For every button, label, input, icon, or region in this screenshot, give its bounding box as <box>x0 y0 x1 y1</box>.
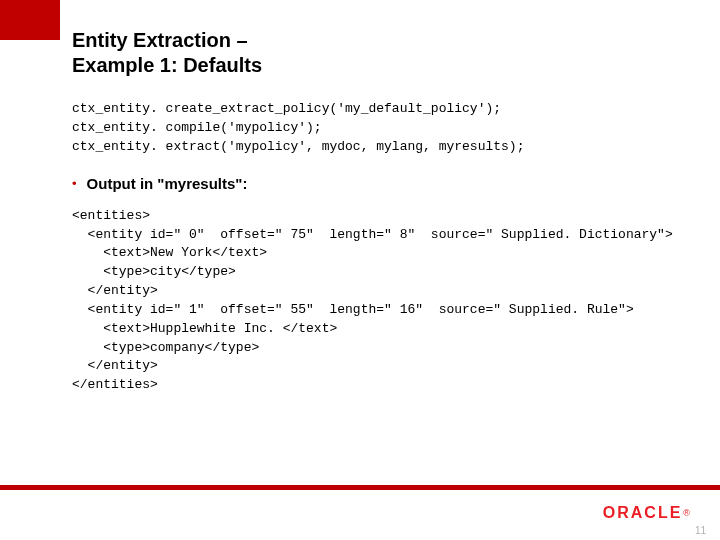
output-line: </entity> <box>72 283 158 298</box>
page-number: 11 <box>695 525 706 536</box>
output-line: </entity> <box>72 358 158 373</box>
oracle-logo: ORACLE® <box>603 504 690 522</box>
output-line: <entity id=" 0" offset=" 75" length=" 8"… <box>72 227 673 242</box>
slide: Entity Extraction – Example 1: Defaults … <box>0 0 720 540</box>
bullet-text: Output in "myresults": <box>87 175 248 192</box>
slide-title: Entity Extraction – Example 1: Defaults <box>72 28 690 78</box>
output-line: <entities> <box>72 208 150 223</box>
footer-divider <box>0 485 720 490</box>
logo-text: ORACLE <box>603 504 683 522</box>
output-line: <entity id=" 1" offset=" 55" length=" 16… <box>72 302 634 317</box>
bullet-item: • Output in "myresults": <box>72 175 690 193</box>
code-block: ctx_entity. create_extract_policy('my_de… <box>72 100 690 157</box>
output-line: <text>Hupplewhite Inc. </text> <box>72 321 337 336</box>
bullet-icon: • <box>72 175 77 193</box>
code-line: ctx_entity. compile('mypolicy'); <box>72 120 322 135</box>
code-line: ctx_entity. extract('mypolicy', mydoc, m… <box>72 139 524 154</box>
code-line: ctx_entity. create_extract_policy('my_de… <box>72 101 501 116</box>
title-line-2: Example 1: Defaults <box>72 53 690 78</box>
registered-icon: ® <box>683 508 690 518</box>
title-line-1: Entity Extraction – <box>72 28 690 53</box>
output-line: <type>city</type> <box>72 264 236 279</box>
output-block: <entities> <entity id=" 0" offset=" 75" … <box>72 207 690 395</box>
accent-square <box>0 0 60 40</box>
output-line: <text>New York</text> <box>72 245 267 260</box>
output-line: <type>company</type> <box>72 340 259 355</box>
content-area: Entity Extraction – Example 1: Defaults … <box>72 28 690 395</box>
output-line: </entities> <box>72 377 158 392</box>
